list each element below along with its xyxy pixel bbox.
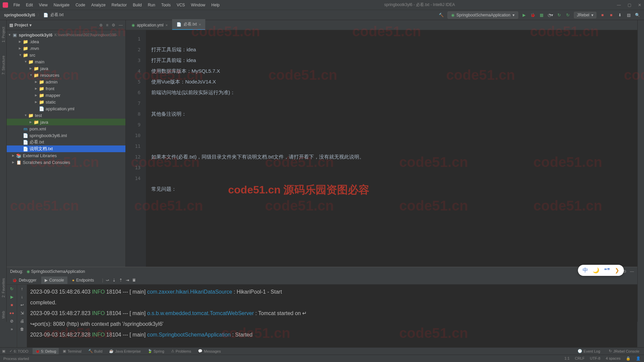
breadcrumb-file[interactable]: 必看.txt	[50, 12, 64, 18]
select-opened-file-icon[interactable]: ⊕	[99, 23, 103, 27]
tool-project[interactable]: 1: Project	[1, 27, 5, 42]
tree-idea[interactable]: ▶📁.idea	[7, 38, 125, 45]
lock-icon[interactable]: 🔒	[626, 356, 631, 361]
tool-build[interactable]: 🔨Build	[86, 348, 105, 354]
run-button[interactable]: ▶	[522, 12, 527, 18]
tool-favorites[interactable]: 2: Favorites	[1, 278, 5, 297]
tool-terminal[interactable]: ▣Terminal	[60, 348, 84, 354]
breakpoints-icon[interactable]: ●●	[9, 311, 14, 315]
tool-todo[interactable]: ✓6: TODO	[7, 348, 31, 354]
menu-edit[interactable]: Edit	[23, 1, 36, 9]
tool-jrebel-console[interactable]: ↻JRebel Console	[606, 348, 642, 354]
menu-window[interactable]: Window	[188, 1, 208, 9]
run-to-cursor-icon[interactable]: ⇥	[125, 278, 130, 283]
menu-run[interactable]: Run	[145, 1, 158, 9]
breadcrumb-project[interactable]: springbootk3yl6	[4, 13, 35, 17]
rerun-icon[interactable]: ↻	[10, 287, 13, 291]
layout-icon[interactable]: »	[11, 327, 13, 331]
hide-panel-icon[interactable]: —	[630, 269, 634, 274]
tab-endpoints[interactable]: ●Endpoints	[69, 277, 98, 284]
cursor-position[interactable]: 1:1	[565, 356, 570, 361]
console-output[interactable]: 2023-09-03 15:48:26.403 INFO 18104 --- […	[27, 285, 637, 347]
step-into-icon[interactable]: ⇣	[111, 278, 117, 283]
profile-button[interactable]: ◔▾	[548, 12, 553, 18]
menu-file[interactable]: File	[11, 1, 22, 9]
clear-icon[interactable]: 🗑	[20, 327, 24, 331]
print-icon[interactable]: 🖨	[20, 319, 24, 323]
tree-appyml[interactable]: 📄application.yml	[7, 105, 125, 112]
tree-static[interactable]: ▶📁static	[7, 99, 125, 105]
resume-icon[interactable]: ▶	[10, 295, 13, 299]
run-configuration-select[interactable]: ◉ SpringbootSchemaApplication ▾	[447, 11, 518, 19]
close-tab-icon[interactable]: ×	[199, 22, 201, 26]
jrebel-select[interactable]: JRebel ▾	[574, 12, 596, 18]
ime-lang[interactable]: 中	[583, 267, 588, 274]
inspection-icon[interactable]: 👤	[636, 356, 641, 361]
coverage-button[interactable]: ▦	[539, 12, 544, 18]
project-structure-icon[interactable]: ▤	[626, 12, 631, 18]
menu-analyze[interactable]: Analyze	[89, 1, 108, 9]
step-over-icon[interactable]: ⤻	[105, 278, 110, 283]
tool-spring[interactable]: 🍃Spring	[145, 348, 167, 354]
tree-shuoming[interactable]: 📄说明文档.txt	[7, 145, 125, 152]
indent[interactable]: 4 spaces	[606, 356, 621, 361]
update-vcs-icon[interactable]: ⬇	[617, 12, 623, 18]
tool-structure[interactable]: 7: Structure	[1, 56, 5, 75]
moon-icon[interactable]: 🌙	[593, 267, 599, 274]
menu-navigate[interactable]: Navigate	[51, 1, 72, 9]
project-panel-title[interactable]: ▤ Project ▾	[9, 23, 32, 27]
tree-mvn[interactable]: ▶📁.mvn	[7, 45, 125, 52]
tab-debugger[interactable]: 🐞Debugger	[9, 277, 40, 284]
stop-all-button[interactable]: ■	[608, 12, 614, 18]
tree-main[interactable]: ▼📁main	[7, 58, 125, 65]
tree-root[interactable]: ▼▣ springbootk3yl6 K:\needProccess\2023\…	[7, 32, 125, 38]
scroll-up-icon[interactable]: ↑	[21, 287, 23, 291]
tool-jee[interactable]: ☕Java Enterprise	[106, 348, 143, 354]
maximize-button[interactable]: ▢	[628, 3, 631, 7]
close-tab-icon[interactable]: ×	[165, 23, 167, 27]
tool-web[interactable]: Web	[1, 311, 5, 318]
tree-iml[interactable]: 📄springbootk3yl6.iml	[7, 132, 125, 139]
tool-eventlog[interactable]: 🕐Event Log	[575, 348, 603, 354]
tree-java-test[interactable]: ▶📁java	[7, 119, 125, 125]
tab-application-yml[interactable]: ◉ application.yml ×	[127, 20, 172, 30]
tool-debug[interactable]: 🐞5: Debug	[33, 348, 59, 354]
step-out-icon[interactable]: ⇡	[118, 278, 123, 283]
stop-button[interactable]: ■	[600, 12, 605, 18]
scroll-end-icon[interactable]: ⇲	[20, 311, 24, 315]
hammer-build-icon[interactable]: 🔨	[439, 12, 444, 18]
settings-icon[interactable]: ⚙	[112, 23, 115, 27]
debug-button[interactable]: 🐞	[530, 12, 536, 18]
jrebel-run-icon[interactable]: ↻	[556, 12, 562, 18]
soft-wrap-icon[interactable]: ↩	[20, 303, 24, 307]
evaluate-icon[interactable]: 🖩	[131, 278, 137, 283]
menu-code[interactable]: Code	[73, 1, 88, 9]
menu-tools[interactable]: Tools	[159, 1, 173, 9]
search-everywhere-icon[interactable]: 🔍	[635, 12, 640, 18]
tree-bikan[interactable]: 📄必看.txt	[7, 139, 125, 145]
tree-front[interactable]: ▶📁front	[7, 85, 125, 92]
expand-all-icon[interactable]: ≡	[106, 23, 108, 27]
tree-scratches[interactable]: ▶📋Scratches and Consoles	[7, 159, 125, 166]
encoding[interactable]: UTF-8	[590, 356, 600, 361]
hide-panel-icon[interactable]: —	[119, 23, 123, 27]
tab-console[interactable]: ▶Console	[41, 277, 67, 284]
breadcrumb[interactable]: springbootk3yl6 〉 📄 必看.txt	[4, 12, 64, 18]
mute-breakpoints-icon[interactable]: ⊘	[10, 319, 13, 323]
line-ending[interactable]: CRLF	[575, 356, 585, 361]
tree-pom[interactable]: mpom.xml	[7, 125, 125, 132]
tree-admin[interactable]: ▶📁admin	[7, 78, 125, 85]
tree-resources[interactable]: ▼📁resources	[7, 72, 125, 78]
tool-messages[interactable]: 💬Messages	[195, 348, 223, 354]
tree-src[interactable]: ▼📁src	[7, 52, 125, 58]
tree-extlib[interactable]: ▶📚External Libraries	[7, 152, 125, 159]
ime-punct[interactable]: ❝❞	[604, 267, 610, 274]
menu-build[interactable]: Build	[130, 1, 145, 9]
tab-bikan-txt[interactable]: 📄 必看.txt ×	[172, 19, 205, 30]
jrebel-debug-icon[interactable]: ↻	[565, 12, 571, 18]
tree-mapper[interactable]: ▶📁mapper	[7, 92, 125, 99]
tree-java-main[interactable]: ▶📁java	[7, 65, 125, 72]
close-button[interactable]: ✕	[638, 3, 641, 7]
menu-help[interactable]: Help	[209, 1, 222, 9]
chevron-right-icon[interactable]: ❯	[615, 267, 619, 274]
